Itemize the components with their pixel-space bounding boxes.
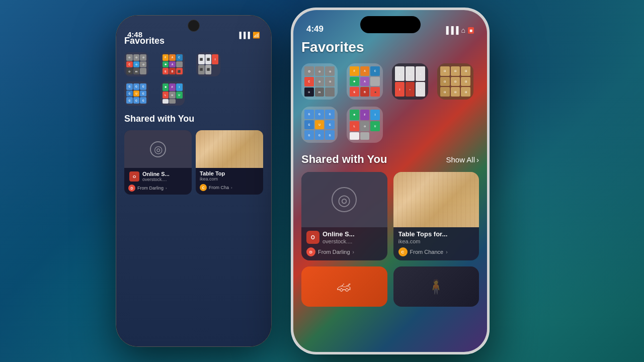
sports-icon: 🏎 — [337, 279, 351, 295]
front-folder-5[interactable]: G G G G U G G G G — [301, 107, 338, 143]
front-card-online[interactable]: ◎ O Online S... overstock.... — [301, 172, 387, 260]
front-favorites-title: Favorites — [301, 39, 479, 55]
back-card2-chevron: › — [231, 186, 232, 190]
back-card-1-from[interactable]: D From Darling › — [124, 183, 192, 195]
front-safari-compass: ◎ — [332, 187, 357, 212]
front-shared-cards: ◎ O Online S... overstock.... — [301, 172, 479, 260]
front-chance-avatar: C — [398, 247, 408, 256]
front-card-2-title: Table Tops for... — [398, 230, 474, 238]
back-signal-icon: ▐▐▐ — [237, 32, 250, 39]
dynamic-island — [360, 16, 421, 33]
front-darling-avatar: D — [306, 247, 315, 256]
back-safari-icon: ◎ — [150, 141, 166, 157]
back-card-1-title: Online S... — [142, 171, 187, 177]
phone-back-screen: 4:48 ▐▐▐ 📶 Favorites ⊙ ⊙ ⊙ — [116, 16, 271, 346]
front-card-2-info: Table Tops for... ikea.com — [393, 227, 479, 245]
back-shared-title: Shared with You — [124, 114, 263, 124]
front-folder-6[interactable]: ✱ F I L ⊙ U — [347, 107, 383, 143]
back-shared-cards: ◎ O Online S... overstock.... D — [124, 130, 263, 195]
back-darling-avatar: D — [128, 185, 135, 192]
front-card-1-from[interactable]: D From Darling › — [301, 245, 387, 260]
front-bottom-card-1[interactable]: 🏎 — [301, 266, 387, 307]
front-bottom-card-2[interactable]: 🧍 — [393, 266, 479, 307]
front-card-1-info: O Online S... overstock.... — [301, 227, 387, 245]
front-folder-2[interactable]: F A C ✱ A E B ◾ — [347, 63, 383, 100]
front-bottom-cards: 🏎 🧍 — [301, 266, 479, 307]
back-app-grid-2: G G G G U G G G G ✱ F I — [124, 81, 263, 106]
front-shared-title: Shared with You — [301, 153, 387, 166]
front-card-1-chevron: › — [353, 249, 354, 255]
front-card-2-chevron: › — [446, 249, 447, 255]
front-overstock-icon: O — [306, 231, 319, 244]
front-wood-texture — [393, 172, 479, 227]
front-card-2-preview — [393, 172, 479, 227]
front-card-1-preview: ◎ — [301, 172, 387, 227]
back-camera-notch — [188, 20, 200, 32]
back-card-online[interactable]: ◎ O Online S... overstock.... D — [124, 130, 192, 195]
phone-front-screen: 4:49 ▐▐▐ ⌂ ■ Favorites ⊙ ⊙ — [293, 10, 487, 352]
back-overstock-icon: O — [129, 171, 139, 182]
front-folder-3[interactable]: ▪ ▪ ▪ I ▪ ▪ — [392, 63, 428, 100]
front-favorites-grid-row1: ⊙ ⊙ ⊙ C ⊙ ⊙ ⊙ m F A C — [301, 63, 479, 100]
back-app-grid: ⊙ ⊙ ⊙ C ⊙ ⊙ ⊙ m F A C — [124, 52, 263, 76]
back-wifi-icon: 📶 — [253, 32, 260, 39]
front-card-table[interactable]: Table Tops for... ikea.com C From Chance… — [393, 172, 479, 260]
back-card-1-from-text: From Darling — [137, 186, 164, 191]
back-folder-4[interactable]: G G G G U G G G G — [124, 81, 148, 106]
back-card-2-preview — [196, 130, 263, 168]
back-card-1-subtitle: overstock.... — [142, 177, 187, 182]
front-favorites-grid-row2: G G G G U G G G G ✱ F I — [301, 107, 479, 143]
front-folder-4[interactable]: ⊡ ⊡ ⊡ ⊡ ⊡ ⊡ ⊡ ⊡ ⊡ — [437, 63, 473, 100]
front-battery-icon: ■ — [468, 27, 474, 34]
back-cha-avatar: C — [200, 184, 207, 191]
front-status-icons: ▐▐▐ ⌂ ■ — [444, 26, 474, 34]
front-card-1-subtitle: overstock.... — [323, 238, 382, 244]
back-card-1-preview: ◎ — [124, 130, 192, 168]
front-card-1-from-text: From Darling — [318, 249, 350, 255]
front-wifi-icon: ⌂ — [461, 26, 465, 34]
shared-header: Shared with You Show All › — [301, 153, 479, 166]
show-all-button[interactable]: Show All › — [446, 155, 479, 164]
show-all-chevron: › — [476, 155, 479, 164]
person-icon: 🧍 — [427, 279, 445, 295]
back-folder-1[interactable]: ⊙ ⊙ ⊙ C ⊙ ⊙ ⊙ m — [124, 52, 148, 76]
front-folder-1[interactable]: ⊙ ⊙ ⊙ C ⊙ ⊙ ⊙ m — [301, 63, 338, 100]
phone-back: 4:48 ▐▐▐ 📶 Favorites ⊙ ⊙ ⊙ — [116, 15, 272, 347]
front-time: 4:49 — [306, 24, 324, 34]
front-home-content: Favorites ⊙ ⊙ ⊙ C ⊙ ⊙ ⊙ m — [293, 39, 487, 352]
back-card-2-subtitle: ikea.com — [200, 176, 259, 182]
back-card-2-from[interactable]: C From Cha › — [196, 183, 263, 194]
back-home-content: Favorites ⊙ ⊙ ⊙ C ⊙ ⊙ ⊙ m — [116, 36, 271, 346]
front-signal-icon: ▐▐▐ — [444, 26, 459, 34]
back-folder-3[interactable]: ⬛ ⬛ I ⬛ ⬛ — [196, 52, 220, 76]
back-card-table[interactable]: Table Top ikea.com C From Cha › — [196, 130, 263, 195]
front-card-2-from-text: From Chance — [410, 249, 444, 255]
front-card-1-title: Online S... — [323, 230, 382, 238]
back-folder-5[interactable]: ✱ F I L ⊙ U — [160, 81, 185, 106]
back-card-1-info: O Online S... overstock.... — [124, 168, 192, 183]
phone-front: 4:49 ▐▐▐ ⌂ ■ Favorites ⊙ ⊙ — [291, 8, 490, 354]
front-card-2-from[interactable]: C From Chance › — [393, 245, 479, 260]
back-wood-preview — [196, 130, 263, 168]
back-status-icons: ▐▐▐ 📶 — [237, 32, 260, 39]
back-card-2-title: Table Top — [200, 170, 259, 176]
back-time: 4:48 — [127, 30, 142, 39]
back-folder-2[interactable]: F A C ✱ A E B ⬛ — [160, 52, 185, 76]
back-card-2-from-text: From Cha — [209, 185, 229, 190]
phones-container: 4:48 ▐▐▐ 📶 Favorites ⊙ ⊙ ⊙ — [0, 0, 644, 362]
back-card-2-info: Table Top ikea.com — [196, 168, 263, 183]
front-card-2-subtitle: ikea.com — [398, 238, 474, 244]
back-chevron-icon: › — [166, 186, 167, 191]
